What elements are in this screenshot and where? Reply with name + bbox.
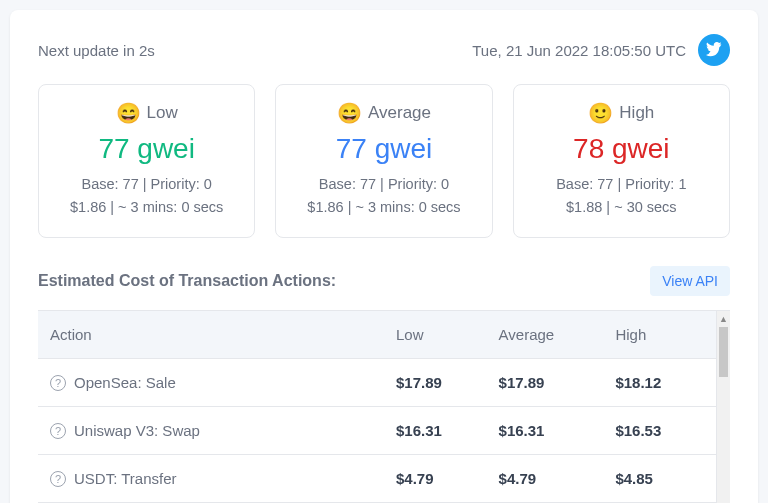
action-name: OpenSea: Sale [74,374,176,391]
table-header-action: Action [38,311,384,359]
cost-avg: $4.79 [487,455,604,503]
action-name: Uniswap V3: Swap [74,422,200,439]
action-cell: ?USDT: Transfer [50,470,372,487]
cost-low: $16.31 [384,407,487,455]
gas-low-value: 77 gwei [51,133,242,165]
timestamp-text: Tue, 21 Jun 2022 18:05:50 UTC [472,42,686,59]
cost-high: $16.53 [603,407,706,455]
gas-high-title: 🙂 High [526,101,717,125]
gas-high-base-priority: Base: 77 | Priority: 1 [526,173,717,196]
gas-box-high: 🙂 High 78 gwei Base: 77 | Priority: 1 $1… [513,84,730,238]
gas-row: 😄 Low 77 gwei Base: 77 | Priority: 0 $1.… [38,84,730,238]
table-scrollbar[interactable]: ▲ [716,311,730,503]
gas-tracker-card: Next update in 2s Tue, 21 Jun 2022 18:05… [10,10,758,503]
action-cell: ?OpenSea: Sale [50,374,372,391]
help-icon[interactable]: ? [50,423,66,439]
cost-high: $18.12 [603,359,706,407]
top-right: Tue, 21 Jun 2022 18:05:50 UTC [472,34,730,66]
gas-avg-value: 77 gwei [288,133,479,165]
gas-low-base-priority: Base: 77 | Priority: 0 [51,173,242,196]
table-header-row: Action Low Average High [38,311,730,359]
scroll-thumb[interactable] [719,327,728,377]
actions-table-wrap: Action Low Average High ?OpenSea: Sale $… [38,310,730,503]
help-icon[interactable]: ? [50,375,66,391]
table-row: ?USDT: Transfer $4.79 $4.79 $4.85 [38,455,730,503]
gas-box-low: 😄 Low 77 gwei Base: 77 | Priority: 0 $1.… [38,84,255,238]
gas-low-title: 😄 Low [51,101,242,125]
emoji-grin-icon: 😄 [116,101,141,125]
gas-avg-cost-time: $1.86 | ~ 3 mins: 0 secs [288,196,479,219]
cost-low: $17.89 [384,359,487,407]
section-title-row: Estimated Cost of Transaction Actions: V… [38,266,730,296]
action-cell: ?Uniswap V3: Swap [50,422,372,439]
actions-table: Action Low Average High ?OpenSea: Sale $… [38,311,730,503]
table-row: ?OpenSea: Sale $17.89 $17.89 $18.12 [38,359,730,407]
top-row: Next update in 2s Tue, 21 Jun 2022 18:05… [38,34,730,66]
gas-box-avg: 😄 Average 77 gwei Base: 77 | Priority: 0… [275,84,492,238]
gas-high-label: High [619,103,654,123]
gas-low-cost-time: $1.86 | ~ 3 mins: 0 secs [51,196,242,219]
cost-high: $4.85 [603,455,706,503]
cost-low: $4.79 [384,455,487,503]
scroll-up-arrow-icon[interactable]: ▲ [717,311,730,327]
table-row: ?Uniswap V3: Swap $16.31 $16.31 $16.53 [38,407,730,455]
cost-avg: $17.89 [487,359,604,407]
actions-section-title: Estimated Cost of Transaction Actions: [38,272,336,290]
help-icon[interactable]: ? [50,471,66,487]
twitter-button[interactable] [698,34,730,66]
gas-low-label: Low [147,103,178,123]
table-header-low: Low [384,311,487,359]
twitter-icon [706,42,722,58]
gas-avg-label: Average [368,103,431,123]
gas-avg-base-priority: Base: 77 | Priority: 0 [288,173,479,196]
cost-avg: $16.31 [487,407,604,455]
next-update-text: Next update in 2s [38,42,155,59]
table-header-high: High [603,311,706,359]
gas-avg-title: 😄 Average [288,101,479,125]
action-name: USDT: Transfer [74,470,177,487]
emoji-smile-icon: 😄 [337,101,362,125]
gas-high-value: 78 gwei [526,133,717,165]
table-header-avg: Average [487,311,604,359]
gas-high-cost-time: $1.88 | ~ 30 secs [526,196,717,219]
view-api-button[interactable]: View API [650,266,730,296]
emoji-slight-smile-icon: 🙂 [588,101,613,125]
